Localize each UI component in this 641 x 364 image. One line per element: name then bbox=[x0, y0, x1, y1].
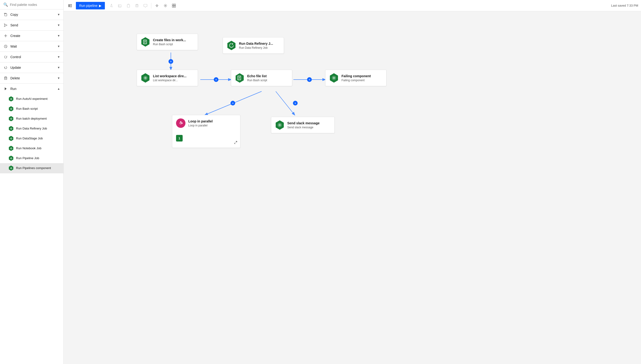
pipeline-toggle-button[interactable] bbox=[67, 2, 74, 10]
conn-add-horiz-2[interactable]: + bbox=[307, 77, 312, 82]
run-pipeline-label: Run pipeline bbox=[79, 4, 98, 8]
sidebar-group-wait: Wait ▼ bbox=[0, 41, 63, 52]
properties-button[interactable] bbox=[153, 2, 161, 10]
settings-button[interactable] bbox=[162, 2, 169, 10]
node-failing-component-subtitle: Failing component bbox=[342, 79, 371, 82]
group-icon-wait bbox=[3, 44, 8, 49]
node-create-files-text: Create files in work... Run Bash script bbox=[153, 38, 186, 46]
toolbar: Run pipeline ▶ Last saved 7:33 PM bbox=[64, 0, 641, 11]
sidebar: 🔍 Copy ▼ Send ▼ Create ▼ Wait ▼ Control … bbox=[0, 0, 64, 364]
sidebar-item-run-autoai[interactable]: Run AutoAI experiment bbox=[0, 94, 63, 104]
node-failing-component-title: Failing component bbox=[342, 74, 371, 78]
node-create-files-title: Create files in work... bbox=[153, 38, 186, 42]
sidebar-group-run: Run ▲ Run AutoAI experiment Run Bash scr… bbox=[0, 84, 63, 173]
svg-point-7 bbox=[11, 98, 12, 100]
node-failing-component-icon bbox=[329, 73, 339, 83]
item-label-run-autoai: Run AutoAI experiment bbox=[16, 97, 48, 101]
group-chevron-copy: ▼ bbox=[57, 13, 60, 16]
node-echo-file-list-text: Echo file list Run Bash script bbox=[247, 74, 267, 82]
pipeline-canvas[interactable]: + + + + + Create files in work... Run Ba… bbox=[64, 11, 641, 364]
last-saved: Last saved 7:33 PM bbox=[611, 4, 638, 7]
group-chevron-create: ▼ bbox=[57, 34, 60, 38]
node-create-files-subtitle: Run Bash script bbox=[153, 42, 186, 46]
comment-button[interactable] bbox=[142, 2, 149, 10]
sidebar-group-header-wait[interactable]: Wait ▼ bbox=[0, 41, 63, 52]
sidebar-group-header-run[interactable]: Run ▲ bbox=[0, 84, 63, 94]
sidebar-group-header-update[interactable]: Update ▼ bbox=[0, 62, 63, 73]
group-chevron-delete: ▼ bbox=[57, 76, 60, 80]
sidebar-group-header-create[interactable]: Create ▼ bbox=[0, 30, 63, 41]
node-run-refinery-text: Run Data Refinery J... Run Data Refinery… bbox=[239, 42, 273, 50]
search-bar[interactable]: 🔍 bbox=[0, 0, 63, 10]
item-label-run-datastage: Run DataStage Job bbox=[16, 136, 43, 140]
search-input[interactable] bbox=[10, 3, 60, 6]
sidebar-group-control: Control ▼ bbox=[0, 52, 63, 62]
node-send-slack-icon bbox=[275, 120, 284, 130]
sidebar-group-update: Update ▼ bbox=[0, 62, 63, 73]
sidebar-item-run-datastage[interactable]: Run DataStage Job bbox=[0, 134, 63, 144]
svg-line-19 bbox=[111, 4, 112, 6]
node-echo-file-list[interactable]: Echo file list Run Bash script bbox=[231, 70, 292, 86]
group-chevron-control: ▼ bbox=[57, 55, 60, 59]
svg-point-8 bbox=[11, 108, 12, 110]
copy-button[interactable] bbox=[116, 2, 124, 10]
grid-button[interactable] bbox=[170, 2, 178, 10]
item-icon-run-refinery bbox=[9, 126, 14, 131]
node-loop-title: Loop in parallel bbox=[188, 119, 213, 123]
conn-add-vertical[interactable]: + bbox=[168, 59, 173, 64]
toolbar-separator-1 bbox=[151, 3, 151, 8]
sidebar-group-header-control[interactable]: Control ▼ bbox=[0, 52, 63, 62]
group-label-send: Send bbox=[10, 23, 55, 27]
svg-point-12 bbox=[11, 148, 12, 149]
sidebar-group-delete: Delete ▼ bbox=[0, 73, 63, 84]
sidebar-group-copy: Copy ▼ bbox=[0, 10, 63, 20]
sidebar-item-run-batch[interactable]: Run batch deployment bbox=[0, 114, 63, 124]
item-icon-run-pipelines bbox=[9, 166, 14, 171]
svg-point-47 bbox=[279, 124, 280, 126]
group-chevron-update: ▼ bbox=[57, 66, 60, 69]
node-create-files-icon bbox=[141, 37, 150, 46]
svg-rect-28 bbox=[172, 6, 174, 7]
node-create-files[interactable]: Create files in work... Run Bash script bbox=[137, 34, 198, 50]
group-label-copy: Copy bbox=[10, 13, 55, 16]
paste-button[interactable] bbox=[125, 2, 132, 10]
svg-rect-17 bbox=[70, 6, 72, 6]
run-icon: ▶ bbox=[99, 4, 102, 8]
node-echo-file-list-icon bbox=[235, 73, 244, 83]
group-label-run: Run bbox=[10, 87, 55, 91]
group-label-control: Control bbox=[10, 55, 55, 59]
cut-button[interactable] bbox=[108, 2, 115, 10]
run-pipeline-button[interactable]: Run pipeline ▶ bbox=[76, 2, 105, 10]
node-send-slack[interactable]: Send slack message Send slack message bbox=[271, 117, 335, 133]
group-icon-create bbox=[3, 34, 8, 38]
sidebar-group-header-copy[interactable]: Copy ▼ bbox=[0, 10, 63, 20]
delete-button[interactable] bbox=[133, 2, 141, 10]
conn-add-horiz-1[interactable]: + bbox=[214, 77, 218, 82]
sidebar-group-header-delete[interactable]: Delete ▼ bbox=[0, 73, 63, 83]
sidebar-item-run-refinery[interactable]: Run Data Refinery Job bbox=[0, 124, 63, 134]
loop-expand-button[interactable] bbox=[234, 141, 237, 145]
node-failing-component[interactable]: Failing component Failing component bbox=[325, 70, 387, 86]
sidebar-item-run-pipelines[interactable]: Run Pipelines component bbox=[0, 163, 63, 173]
node-send-slack-title: Send slack message bbox=[287, 121, 319, 125]
node-loop-parallel[interactable]: Loop in parallel Loop in parallel 1 bbox=[172, 115, 240, 148]
group-icon-update bbox=[3, 65, 8, 70]
sidebar-item-run-pipeline[interactable]: Run Pipeline Job bbox=[0, 153, 63, 163]
svg-point-11 bbox=[11, 138, 12, 139]
group-icon-control bbox=[3, 54, 8, 59]
search-icon: 🔍 bbox=[3, 2, 8, 7]
sidebar-item-run-notebook[interactable]: Run Notebook Job bbox=[0, 144, 63, 153]
svg-rect-23 bbox=[136, 5, 138, 7]
svg-marker-6 bbox=[5, 87, 7, 90]
node-failing-component-text: Failing component Failing component bbox=[342, 74, 371, 82]
node-send-slack-subtitle: Send slack message bbox=[287, 126, 319, 129]
group-icon-copy bbox=[3, 12, 8, 17]
node-list-workspace[interactable]: List workspace dire... List workspace di… bbox=[137, 70, 198, 86]
sidebar-item-run-bash[interactable]: Run Bash script bbox=[0, 104, 63, 114]
sidebar-groups: Copy ▼ Send ▼ Create ▼ Wait ▼ Control ▼ … bbox=[0, 10, 63, 173]
node-run-refinery[interactable]: Run Data Refinery J... Run Data Refinery… bbox=[223, 37, 284, 54]
group-icon-send bbox=[3, 23, 8, 28]
conn-add-diag-left[interactable]: + bbox=[230, 101, 235, 106]
conn-add-diag-right[interactable]: + bbox=[293, 101, 298, 106]
sidebar-group-header-send[interactable]: Send ▼ bbox=[0, 20, 63, 30]
